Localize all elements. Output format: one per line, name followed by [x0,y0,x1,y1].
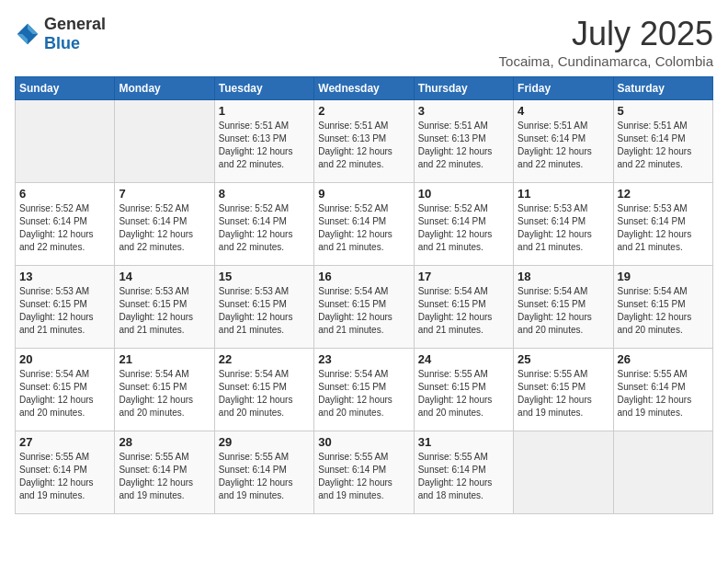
calendar-cell: 28Sunrise: 5:55 AMSunset: 6:14 PMDayligh… [115,431,214,514]
day-info: Sunrise: 5:55 AMSunset: 6:14 PMDaylight:… [418,451,509,502]
calendar-cell: 19Sunrise: 5:54 AMSunset: 6:15 PMDayligh… [613,266,712,349]
day-info: Sunrise: 5:51 AMSunset: 6:13 PMDaylight:… [219,120,310,171]
header-day-thursday: Thursday [414,77,513,100]
day-number: 10 [418,187,509,201]
calendar-cell: 6Sunrise: 5:52 AMSunset: 6:14 PMDaylight… [16,183,115,266]
day-info: Sunrise: 5:55 AMSunset: 6:14 PMDaylight:… [119,451,210,502]
day-number: 19 [618,270,709,283]
calendar-header-row: SundayMondayTuesdayWednesdayThursdayFrid… [16,77,713,100]
day-number: 14 [119,270,210,283]
calendar-cell: 30Sunrise: 5:55 AMSunset: 6:14 PMDayligh… [314,431,414,514]
day-number: 25 [518,352,609,366]
week-row-3: 13Sunrise: 5:53 AMSunset: 6:15 PMDayligh… [16,266,713,349]
day-info: Sunrise: 5:55 AMSunset: 6:14 PMDaylight:… [219,451,310,502]
calendar-cell: 10Sunrise: 5:52 AMSunset: 6:14 PMDayligh… [414,183,513,266]
calendar-cell: 27Sunrise: 5:55 AMSunset: 6:14 PMDayligh… [16,431,115,514]
day-number: 11 [518,187,609,201]
header-day-wednesday: Wednesday [314,77,414,100]
logo-icon [15,21,40,47]
calendar-cell [115,100,214,183]
calendar-cell: 17Sunrise: 5:54 AMSunset: 6:15 PMDayligh… [414,266,513,349]
day-number: 6 [19,187,110,201]
day-number: 3 [418,104,509,118]
day-info: Sunrise: 5:52 AMSunset: 6:14 PMDaylight:… [119,202,210,254]
calendar-cell [613,431,712,514]
day-number: 13 [19,270,110,283]
day-number: 12 [618,187,709,201]
day-info: Sunrise: 5:52 AMSunset: 6:14 PMDaylight:… [318,202,409,254]
day-info: Sunrise: 5:52 AMSunset: 6:14 PMDaylight:… [19,202,110,254]
day-info: Sunrise: 5:51 AMSunset: 6:14 PMDaylight:… [618,120,709,171]
calendar-cell: 8Sunrise: 5:52 AMSunset: 6:14 PMDaylight… [214,183,313,266]
calendar-cell: 15Sunrise: 5:53 AMSunset: 6:15 PMDayligh… [214,266,313,349]
day-info: Sunrise: 5:54 AMSunset: 6:15 PMDaylight:… [318,285,409,337]
calendar-cell: 2Sunrise: 5:51 AMSunset: 6:13 PMDaylight… [314,100,414,183]
day-number: 17 [418,270,509,283]
calendar-table: SundayMondayTuesdayWednesdayThursdayFrid… [15,76,713,514]
header-day-monday: Monday [115,77,214,100]
logo-text: General Blue [44,15,106,53]
day-number: 16 [318,270,409,283]
logo: General Blue [15,15,106,53]
day-info: Sunrise: 5:51 AMSunset: 6:13 PMDaylight:… [318,120,409,171]
calendar-cell [16,100,115,183]
calendar-cell: 16Sunrise: 5:54 AMSunset: 6:15 PMDayligh… [314,266,414,349]
day-number: 7 [119,187,210,201]
calendar-cell: 18Sunrise: 5:54 AMSunset: 6:15 PMDayligh… [514,266,613,349]
header-day-friday: Friday [514,77,613,100]
day-number: 21 [119,352,210,366]
calendar-cell: 25Sunrise: 5:55 AMSunset: 6:15 PMDayligh… [514,349,613,431]
week-row-5: 27Sunrise: 5:55 AMSunset: 6:14 PMDayligh… [16,431,713,514]
day-number: 22 [219,352,310,366]
calendar-cell: 3Sunrise: 5:51 AMSunset: 6:13 PMDaylight… [414,100,513,183]
day-info: Sunrise: 5:53 AMSunset: 6:15 PMDaylight:… [219,285,310,337]
day-number: 1 [219,104,310,118]
calendar-cell: 5Sunrise: 5:51 AMSunset: 6:14 PMDaylight… [613,100,712,183]
day-number: 18 [518,270,609,283]
day-number: 20 [19,352,110,366]
day-number: 26 [618,352,709,366]
calendar-cell: 13Sunrise: 5:53 AMSunset: 6:15 PMDayligh… [16,266,115,349]
day-number: 15 [219,270,310,283]
day-info: Sunrise: 5:54 AMSunset: 6:15 PMDaylight:… [318,368,409,419]
month-title: July 2025 [499,15,713,53]
page-header: General Blue July 2025 Tocaima, Cundinam… [15,15,713,69]
day-number: 23 [318,352,409,366]
day-info: Sunrise: 5:51 AMSunset: 6:13 PMDaylight:… [418,120,509,171]
calendar-cell: 9Sunrise: 5:52 AMSunset: 6:14 PMDaylight… [314,183,414,266]
day-info: Sunrise: 5:53 AMSunset: 6:15 PMDaylight:… [119,285,210,337]
header-day-saturday: Saturday [613,77,712,100]
day-info: Sunrise: 5:54 AMSunset: 6:15 PMDaylight:… [119,368,210,419]
calendar-cell: 11Sunrise: 5:53 AMSunset: 6:14 PMDayligh… [514,183,613,266]
day-number: 24 [418,352,509,366]
location-title: Tocaima, Cundinamarca, Colombia [499,53,713,69]
calendar-cell: 1Sunrise: 5:51 AMSunset: 6:13 PMDaylight… [214,100,313,183]
day-info: Sunrise: 5:54 AMSunset: 6:15 PMDaylight:… [19,368,110,419]
day-number: 28 [119,435,210,449]
day-number: 27 [19,435,110,449]
day-info: Sunrise: 5:54 AMSunset: 6:15 PMDaylight:… [219,368,310,419]
calendar-cell: 31Sunrise: 5:55 AMSunset: 6:14 PMDayligh… [414,431,513,514]
day-info: Sunrise: 5:54 AMSunset: 6:15 PMDaylight:… [518,285,609,337]
calendar-cell: 23Sunrise: 5:54 AMSunset: 6:15 PMDayligh… [314,349,414,431]
title-block: July 2025 Tocaima, Cundinamarca, Colombi… [499,15,713,69]
calendar-cell: 21Sunrise: 5:54 AMSunset: 6:15 PMDayligh… [115,349,214,431]
day-info: Sunrise: 5:52 AMSunset: 6:14 PMDaylight:… [219,202,310,254]
calendar-cell [514,431,613,514]
header-day-sunday: Sunday [16,77,115,100]
day-number: 2 [318,104,409,118]
header-day-tuesday: Tuesday [214,77,313,100]
day-number: 8 [219,187,310,201]
week-row-4: 20Sunrise: 5:54 AMSunset: 6:15 PMDayligh… [16,349,713,431]
calendar-cell: 7Sunrise: 5:52 AMSunset: 6:14 PMDaylight… [115,183,214,266]
day-info: Sunrise: 5:55 AMSunset: 6:15 PMDaylight:… [418,368,509,419]
day-number: 4 [518,104,609,118]
calendar-cell: 14Sunrise: 5:53 AMSunset: 6:15 PMDayligh… [115,266,214,349]
day-info: Sunrise: 5:51 AMSunset: 6:14 PMDaylight:… [518,120,609,171]
day-info: Sunrise: 5:54 AMSunset: 6:15 PMDaylight:… [618,285,709,337]
day-number: 30 [318,435,409,449]
calendar-cell: 22Sunrise: 5:54 AMSunset: 6:15 PMDayligh… [214,349,313,431]
calendar-cell: 4Sunrise: 5:51 AMSunset: 6:14 PMDaylight… [514,100,613,183]
day-info: Sunrise: 5:53 AMSunset: 6:14 PMDaylight:… [618,202,709,254]
week-row-1: 1Sunrise: 5:51 AMSunset: 6:13 PMDaylight… [16,100,713,183]
